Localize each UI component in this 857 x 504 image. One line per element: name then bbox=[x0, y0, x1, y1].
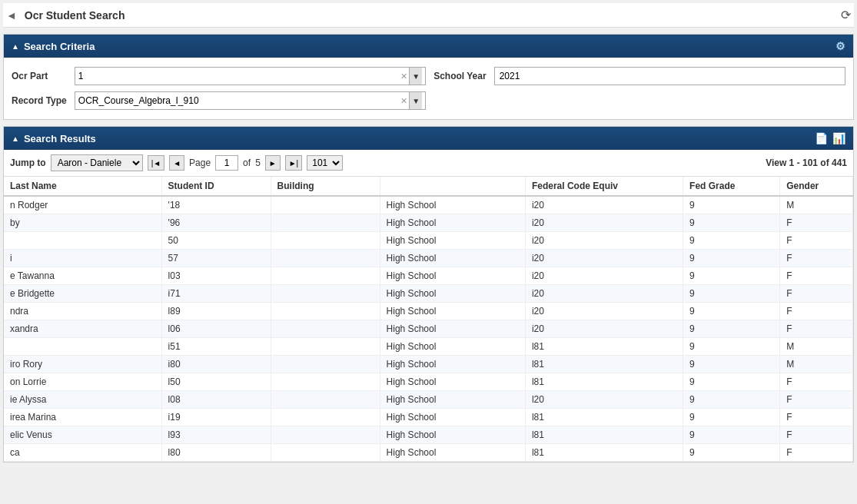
cell-gender: F bbox=[780, 267, 853, 285]
cell-building bbox=[271, 232, 380, 250]
jump-to-select[interactable]: Aaron - Daniele bbox=[51, 154, 143, 171]
table-row[interactable]: elic Venus l93 High School l81 9 F bbox=[4, 426, 853, 444]
page-header: ◄ Ocr Student Search ⟳ bbox=[3, 3, 854, 28]
ocr-part-input[interactable] bbox=[78, 71, 400, 81]
ocr-part-field[interactable]: ✕ ▼ bbox=[75, 67, 426, 85]
settings-icon[interactable]: ⚙ bbox=[835, 40, 845, 52]
cell-fed-code: l81 bbox=[525, 409, 683, 426]
cell-building-name: High School bbox=[380, 196, 525, 214]
cell-fed-code: l81 bbox=[525, 444, 683, 462]
ocr-part-dropdown-icon[interactable]: ▼ bbox=[409, 68, 422, 85]
first-page-button[interactable]: |◄ bbox=[148, 155, 165, 171]
cell-building bbox=[271, 426, 380, 444]
table-row[interactable]: on Lorrie l50 High School l81 9 F bbox=[4, 373, 853, 391]
search-results-title: Search Results bbox=[24, 133, 96, 144]
page-of-text: of bbox=[243, 158, 251, 168]
table-row[interactable]: by '96 High School i20 9 F bbox=[4, 214, 853, 232]
cell-building bbox=[271, 303, 380, 320]
export-csv-icon[interactable]: 📄 bbox=[815, 132, 828, 144]
cell-fed-grade: 9 bbox=[683, 409, 780, 426]
cell-last-name: ie Alyssa bbox=[4, 391, 161, 409]
cell-gender: F bbox=[780, 250, 853, 267]
table-row[interactable]: iro Rory i80 High School l81 9 M bbox=[4, 356, 853, 373]
table-row[interactable]: e Bridgette i71 High School i20 9 F bbox=[4, 285, 853, 303]
school-year-input[interactable] bbox=[494, 67, 845, 85]
cell-student-id: '96 bbox=[161, 214, 271, 232]
cell-fed-code: l81 bbox=[525, 373, 683, 391]
cell-building bbox=[271, 356, 380, 373]
cell-building bbox=[271, 267, 380, 285]
cell-building bbox=[271, 338, 380, 356]
cell-fed-grade: 9 bbox=[683, 250, 780, 267]
table-row[interactable]: e Tawanna l03 High School i20 9 F bbox=[4, 267, 853, 285]
table-row[interactable]: ie Alyssa l08 High School l20 9 F bbox=[4, 391, 853, 409]
table-row[interactable]: i 57 High School i20 9 F bbox=[4, 250, 853, 267]
jump-to-label: Jump to bbox=[10, 158, 46, 168]
cell-fed-grade: 9 bbox=[683, 356, 780, 373]
section-header-icons: ⚙ bbox=[835, 40, 845, 52]
col-header-fed-grade: Fed Grade bbox=[683, 177, 780, 196]
search-results-header: ▲ Search Results 📄 📊 bbox=[4, 127, 853, 150]
record-type-dropdown-icon[interactable]: ▼ bbox=[409, 92, 422, 109]
cell-fed-grade: 9 bbox=[683, 303, 780, 320]
export-excel-icon[interactable]: 📊 bbox=[832, 132, 845, 144]
cell-building-name: High School bbox=[380, 444, 525, 462]
table-row[interactable]: i51 High School l81 9 M bbox=[4, 338, 853, 356]
ocr-part-clear-icon[interactable]: ✕ bbox=[400, 71, 407, 81]
table-row[interactable]: ca l80 High School l81 9 F bbox=[4, 444, 853, 462]
cell-student-id: i71 bbox=[161, 285, 271, 303]
cell-fed-grade: 9 bbox=[683, 426, 780, 444]
view-count: View 1 - 101 of 441 bbox=[766, 158, 847, 168]
table-row[interactable]: irea Marina i19 High School l81 9 F bbox=[4, 409, 853, 426]
cell-fed-grade: 9 bbox=[683, 285, 780, 303]
cell-student-id: 50 bbox=[161, 232, 271, 250]
cell-gender: F bbox=[780, 320, 853, 338]
table-row[interactable]: ndra l89 High School i20 9 F bbox=[4, 303, 853, 320]
cell-gender: F bbox=[780, 391, 853, 409]
next-page-button[interactable]: ► bbox=[265, 155, 281, 171]
cell-last-name: ca bbox=[4, 444, 161, 462]
record-type-input[interactable] bbox=[78, 95, 400, 106]
results-header-left: ▲ Search Results bbox=[12, 133, 96, 144]
record-type-field[interactable]: ✕ ▼ bbox=[75, 91, 426, 110]
cell-student-id: 57 bbox=[161, 250, 271, 267]
page-title-arrow: ◄ bbox=[6, 9, 17, 22]
col-header-building: Building bbox=[271, 177, 380, 196]
col-header-gender: Gender bbox=[780, 177, 853, 196]
cell-building-name: High School bbox=[380, 356, 525, 373]
cell-gender: M bbox=[780, 338, 853, 356]
cell-last-name: ndra bbox=[4, 303, 161, 320]
last-page-button[interactable]: ►| bbox=[285, 155, 303, 171]
cell-student-id: l03 bbox=[161, 267, 271, 285]
cell-student-id: l08 bbox=[161, 391, 271, 409]
cell-building bbox=[271, 391, 380, 409]
cell-fed-grade: 9 bbox=[683, 444, 780, 462]
table-row[interactable]: xandra l06 High School i20 9 F bbox=[4, 320, 853, 338]
section-collapse-arrow[interactable]: ▲ bbox=[12, 42, 19, 51]
cell-gender: F bbox=[780, 214, 853, 232]
per-page-select[interactable]: 101 50 25 bbox=[307, 155, 343, 171]
cell-fed-grade: 9 bbox=[683, 196, 780, 214]
table-row[interactable]: 50 High School i20 9 F bbox=[4, 232, 853, 250]
refresh-icon[interactable]: ⟳ bbox=[841, 8, 851, 22]
results-collapse-arrow[interactable]: ▲ bbox=[12, 134, 19, 143]
search-criteria-header: ▲ Search Criteria ⚙ bbox=[4, 35, 853, 58]
cell-building-name: High School bbox=[380, 391, 525, 409]
page-title: ◄ Ocr Student Search bbox=[6, 9, 125, 22]
table-row[interactable]: n Rodger '18 High School i20 9 M bbox=[4, 196, 853, 214]
col-header-student-id: Student ID bbox=[161, 177, 271, 196]
cell-fed-code: i20 bbox=[525, 214, 683, 232]
search-criteria-title: Search Criteria bbox=[24, 41, 95, 52]
page-number-input[interactable] bbox=[215, 155, 238, 171]
cell-gender: F bbox=[780, 373, 853, 391]
cell-last-name bbox=[4, 232, 161, 250]
record-type-clear-icon[interactable]: ✕ bbox=[400, 96, 407, 106]
cell-building bbox=[271, 250, 380, 267]
cell-fed-code: i20 bbox=[525, 196, 683, 214]
cell-building-name: High School bbox=[380, 409, 525, 426]
cell-gender: F bbox=[780, 303, 853, 320]
prev-page-button[interactable]: ◄ bbox=[169, 155, 184, 171]
cell-student-id: '18 bbox=[161, 196, 271, 214]
cell-student-id: i80 bbox=[161, 356, 271, 373]
cell-last-name: elic Venus bbox=[4, 426, 161, 444]
